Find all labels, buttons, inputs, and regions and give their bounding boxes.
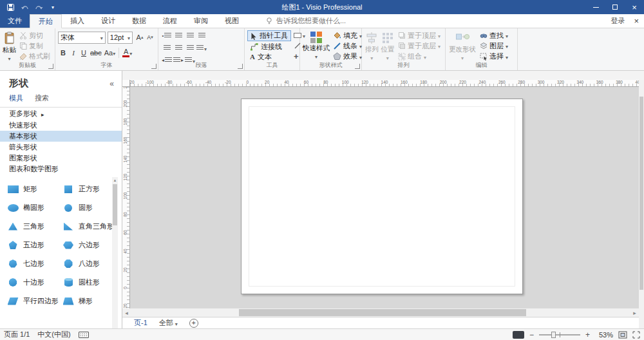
tab-审阅[interactable]: 审阅 xyxy=(185,14,216,28)
master-trapezoid[interactable]: 梯形 xyxy=(55,292,111,310)
align-middle-button[interactable] xyxy=(173,42,184,53)
align-center-button[interactable] xyxy=(184,30,196,41)
master-right-triangle[interactable]: 直角三角形 xyxy=(55,217,111,236)
underline-button[interactable]: U xyxy=(79,47,89,59)
font-size-combo[interactable]: 12pt xyxy=(108,32,133,44)
master-square[interactable]: 正方形 xyxy=(55,180,111,198)
stencil-panel-tab-模具[interactable]: 模具 xyxy=(9,93,23,103)
close-button[interactable] xyxy=(625,0,644,14)
page-info[interactable]: 页面 1/1 xyxy=(4,330,30,339)
stencil-item-基本形状[interactable]: 基本形状 xyxy=(0,131,122,142)
connector-tool-button[interactable]: 连接线 xyxy=(247,41,291,52)
shrink-font-button[interactable]: A▾ xyxy=(145,32,155,43)
redo-button[interactable] xyxy=(32,1,45,14)
more-shapes-button[interactable]: 更多形状 xyxy=(0,108,122,120)
tab-数据[interactable]: 数据 xyxy=(124,14,155,28)
vertical-ruler[interactable]: 220200180160140120100806040200-20 xyxy=(122,87,130,308)
minimize-button[interactable] xyxy=(586,0,605,14)
bring-to-front-button[interactable]: 置于顶层 xyxy=(396,30,442,41)
fullscreen-icon[interactable] xyxy=(632,331,640,339)
change-shape-button[interactable]: 更改形状 xyxy=(448,30,477,62)
masters-scrollbar[interactable] xyxy=(112,177,118,328)
align-left-button[interactable] xyxy=(173,30,184,41)
master-hexagon[interactable]: 六边形 xyxy=(55,236,111,254)
tab-视图[interactable]: 视图 xyxy=(216,14,247,28)
shape-styles-dialog-launcher[interactable] xyxy=(355,64,360,69)
line-button[interactable]: 线条 xyxy=(331,41,364,51)
zoom-slider[interactable] xyxy=(539,331,580,339)
text-tool-button[interactable]: A 文本 xyxy=(247,52,291,62)
font-family-combo[interactable]: 宋体 xyxy=(58,32,106,44)
scroll-left-icon[interactable] xyxy=(122,308,131,317)
keyboard-icon[interactable] xyxy=(79,332,89,338)
stencil-item-箭头形状[interactable]: 箭头形状 xyxy=(0,142,122,153)
clipboard-dialog-launcher[interactable] xyxy=(48,64,53,69)
quick-styles-button[interactable]: 快速样式 xyxy=(303,30,330,62)
format-painter-button[interactable]: 格式刷 xyxy=(17,52,52,62)
master-decagon[interactable]: 十边形 xyxy=(0,273,55,292)
italic-button[interactable]: I xyxy=(68,47,79,59)
position-button[interactable]: 位置 xyxy=(380,30,394,62)
zoom-out-button[interactable] xyxy=(529,330,534,339)
master-pentagon[interactable]: 五边形 xyxy=(0,236,55,254)
stencil-panel-tab-搜索[interactable]: 搜索 xyxy=(35,93,49,103)
zoom-level[interactable]: 53% xyxy=(595,331,613,339)
paste-button[interactable]: 粘贴 xyxy=(3,30,16,62)
horizontal-scrollbar[interactable] xyxy=(122,308,639,317)
master-triangle[interactable]: 三角形 xyxy=(0,217,55,236)
group-button[interactable]: 组合 xyxy=(396,52,442,62)
zoom-slider-thumb[interactable] xyxy=(551,332,556,338)
layers-button[interactable]: 图层 xyxy=(478,41,510,51)
master-octagon[interactable]: 八边形 xyxy=(55,254,111,273)
all-pages-button[interactable]: 全部 xyxy=(155,318,182,328)
master-ellipse[interactable]: 椭圆形 xyxy=(0,198,55,217)
cut-button[interactable]: 剪切 xyxy=(17,30,52,41)
align-bottom-button[interactable] xyxy=(184,42,196,53)
scroll-right-icon[interactable] xyxy=(630,308,639,317)
copy-button[interactable]: 复制 xyxy=(17,41,52,51)
sign-in-button[interactable]: 登录 xyxy=(611,16,625,26)
vertical-scrollbar[interactable] xyxy=(639,80,644,308)
send-to-back-button[interactable]: 置于底层 xyxy=(396,41,442,51)
qat-customize-button[interactable]: ▾ xyxy=(46,1,59,14)
find-button[interactable]: 查找 xyxy=(478,30,510,41)
drawing-viewport[interactable] xyxy=(130,87,639,308)
master-rect[interactable]: 矩形 xyxy=(0,180,55,198)
zoom-in-button[interactable] xyxy=(585,330,590,339)
font-color-button[interactable]: A xyxy=(121,47,133,59)
fit-page-icon[interactable] xyxy=(618,331,627,339)
bullets-button[interactable]: • xyxy=(161,30,173,41)
tab-流程[interactable]: 流程 xyxy=(155,14,185,28)
save-button[interactable] xyxy=(4,1,17,14)
vertical-scrollbar-thumb[interactable] xyxy=(639,97,643,290)
master-parallelogram[interactable]: 平行四边形 xyxy=(0,292,55,310)
stencil-item-图案形状[interactable]: 图案形状 xyxy=(0,153,122,164)
fill-button[interactable]: 填充 xyxy=(331,30,364,41)
stencil-item-图表和数学图形[interactable]: 图表和数学图形 xyxy=(0,164,122,175)
align-shapes-button[interactable]: 排列 xyxy=(365,30,379,62)
horizontal-scrollbar-thumb[interactable] xyxy=(239,309,526,316)
master-heptagon[interactable]: 七边形 xyxy=(0,254,55,273)
tab-插入[interactable]: 插入 xyxy=(62,14,93,28)
effects-button[interactable]: 效果 xyxy=(331,52,364,62)
tab-开始[interactable]: 开始 xyxy=(30,14,62,28)
maximize-button[interactable] xyxy=(605,0,625,14)
line-spacing-button[interactable] xyxy=(196,42,207,53)
horizontal-ruler[interactable]: -120-100-80-60-40-2002040608010012014016… xyxy=(130,80,639,87)
tab-设计[interactable]: 设计 xyxy=(93,14,124,28)
align-top-button[interactable] xyxy=(161,42,173,53)
paragraph-dialog-launcher[interactable] xyxy=(238,64,243,69)
tab-file[interactable]: 文件 xyxy=(0,14,30,28)
change-case-button[interactable]: Aa xyxy=(103,47,117,59)
align-right-button[interactable] xyxy=(196,30,207,41)
collapse-panel-icon[interactable] xyxy=(109,79,114,88)
bold-button[interactable]: B xyxy=(58,47,68,59)
strikethrough-button[interactable]: abc xyxy=(89,47,103,59)
language-indicator[interactable]: 中文(中国) xyxy=(37,330,70,339)
page-tab[interactable]: 页-1 xyxy=(129,318,153,328)
masters-scrollbar-thumb[interactable] xyxy=(113,184,117,225)
master-circle[interactable]: 圆形 xyxy=(55,198,111,217)
stencil-item-快速形状[interactable]: 快速形状 xyxy=(0,120,122,131)
master-cylinder[interactable]: 圆柱形 xyxy=(55,273,111,292)
horizontal-scrollbar-track[interactable] xyxy=(131,308,630,317)
